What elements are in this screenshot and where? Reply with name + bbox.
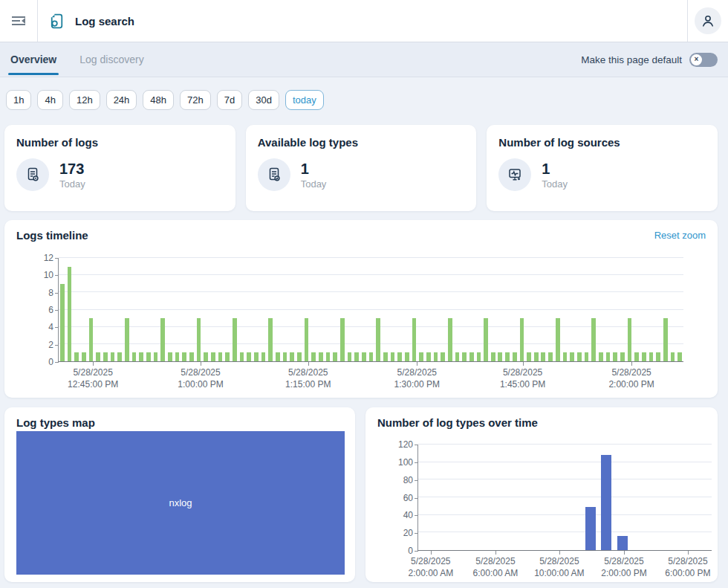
plot-area[interactable] (417, 445, 712, 551)
bar[interactable] (218, 352, 223, 361)
bar[interactable] (383, 352, 388, 361)
bar[interactable] (254, 352, 259, 361)
bar[interactable] (160, 318, 165, 361)
bar[interactable] (556, 318, 560, 361)
bar[interactable] (247, 352, 251, 361)
time-range-30d[interactable]: 30d (248, 90, 279, 110)
bar[interactable] (606, 352, 611, 361)
collapse-sidebar-button[interactable] (0, 0, 37, 42)
bar[interactable] (617, 536, 628, 550)
bar[interactable] (548, 352, 553, 361)
time-range-72h[interactable]: 72h (180, 90, 211, 110)
bar[interactable] (182, 352, 186, 361)
time-range-24h[interactable]: 24h (106, 90, 137, 110)
time-range-today[interactable]: today (285, 90, 324, 110)
bar[interactable] (397, 352, 402, 361)
bar[interactable] (297, 352, 302, 361)
bar[interactable] (441, 352, 445, 361)
bar[interactable] (448, 318, 452, 361)
bar[interactable] (68, 267, 72, 361)
bar[interactable] (455, 352, 460, 361)
bar[interactable] (326, 352, 331, 361)
bar[interactable] (146, 352, 151, 361)
bar[interactable] (261, 352, 266, 361)
bar[interactable] (527, 352, 531, 361)
bar[interactable] (591, 318, 596, 361)
log-types-over-time-chart[interactable]: 0204060801001205/28/20252:00:00 AM5/28/2… (365, 407, 718, 582)
default-page-toggle[interactable]: × (689, 53, 718, 67)
bar[interactable] (585, 352, 589, 361)
bar[interactable] (405, 352, 409, 361)
bar[interactable] (240, 352, 244, 361)
bar[interactable] (189, 352, 194, 361)
bar[interactable] (319, 352, 323, 361)
bar[interactable] (599, 352, 603, 361)
bar[interactable] (82, 352, 86, 361)
time-range-12h[interactable]: 12h (69, 90, 100, 110)
bar[interactable] (534, 352, 539, 361)
bar[interactable] (642, 352, 646, 361)
bar[interactable] (520, 318, 524, 361)
bar[interactable] (96, 352, 100, 361)
bar[interactable] (348, 352, 352, 361)
bar[interactable] (426, 352, 431, 361)
bar[interactable] (663, 318, 668, 361)
bar[interactable] (111, 352, 115, 361)
bar[interactable] (290, 352, 294, 361)
tab-overview[interactable]: Overview (10, 42, 56, 77)
bar[interactable] (620, 352, 625, 361)
bar[interactable] (419, 352, 423, 361)
bar[interactable] (577, 352, 582, 361)
bar[interactable] (585, 507, 596, 550)
bar[interactable] (225, 352, 230, 361)
bar[interactable] (570, 352, 574, 361)
bar[interactable] (634, 352, 639, 361)
bar[interactable] (628, 318, 632, 361)
bar[interactable] (671, 352, 675, 361)
bar[interactable] (434, 352, 438, 361)
bar[interactable] (211, 352, 215, 361)
time-range-48h[interactable]: 48h (143, 90, 174, 110)
bar[interactable] (601, 455, 611, 550)
bar[interactable] (677, 352, 682, 361)
bar[interactable] (311, 352, 316, 361)
bar[interactable] (462, 352, 467, 361)
bar[interactable] (283, 352, 287, 361)
bar[interactable] (89, 318, 94, 361)
bar[interactable] (333, 352, 337, 361)
bar[interactable] (125, 318, 129, 361)
bar[interactable] (362, 352, 366, 361)
time-range-4h[interactable]: 4h (37, 90, 62, 110)
bar[interactable] (132, 352, 137, 361)
plot-area[interactable] (58, 258, 683, 362)
bar[interactable] (168, 352, 172, 361)
bar[interactable] (117, 352, 122, 361)
bar[interactable] (233, 318, 237, 361)
bar[interactable] (197, 318, 201, 361)
bar[interactable] (175, 352, 180, 361)
bar[interactable] (477, 352, 481, 361)
bar[interactable] (154, 352, 158, 361)
bar[interactable] (376, 318, 380, 361)
user-menu-button[interactable] (695, 7, 721, 34)
bar[interactable] (563, 352, 568, 361)
bar[interactable] (74, 352, 79, 361)
bar[interactable] (369, 352, 374, 361)
bar[interactable] (139, 352, 143, 361)
treemap-node-nxlog[interactable]: nxlog (16, 431, 345, 575)
logs-timeline-chart[interactable]: 0246810125/28/202512:45:00 PM5/28/20251:… (4, 220, 718, 398)
bar[interactable] (354, 352, 359, 361)
bar[interactable] (204, 352, 208, 361)
bar[interactable] (340, 318, 345, 361)
bar[interactable] (541, 352, 545, 361)
bar[interactable] (613, 352, 617, 361)
tab-log-discovery[interactable]: Log discovery (79, 42, 143, 77)
bar[interactable] (498, 352, 502, 361)
bar[interactable] (268, 318, 273, 361)
bar[interactable] (276, 352, 280, 361)
bar[interactable] (305, 318, 309, 361)
time-range-1h[interactable]: 1h (6, 90, 31, 110)
bar[interactable] (391, 352, 395, 361)
bar[interactable] (60, 284, 65, 361)
bar[interactable] (505, 352, 510, 361)
